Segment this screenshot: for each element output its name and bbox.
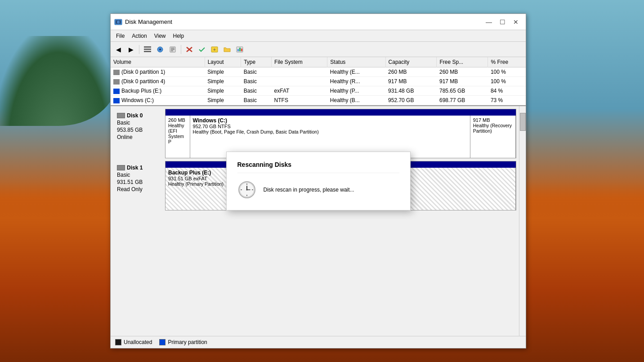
disk-management-icon [114,18,122,26]
chart-button[interactable] [234,44,246,55]
disk-name: Disk 1 [117,165,161,171]
svg-rect-5 [144,49,151,50]
partition-size: 260 MB [168,117,187,123]
menu-file[interactable]: File [112,32,128,40]
scrollbar-thumb[interactable] [520,113,526,131]
cell-status: Healthy (E... [327,67,385,77]
svg-rect-20 [241,49,242,51]
disk-row: Disk 0 Basic 953.85 GB Online 260 MB Hea… [113,109,516,158]
add-button[interactable]: + [209,44,220,55]
cell-filesystem: exFAT [272,86,327,96]
table-header-row: Volume Layout Type File System Status Ca… [111,57,526,67]
disk-table-area: Volume Layout Type File System Status Ca… [111,57,526,106]
cell-type: Basic [241,96,272,105]
folder-button[interactable] [221,44,233,55]
col-status[interactable]: Status [327,57,385,67]
cell-volume: (Disk 0 partition 4) [111,77,205,86]
table-row[interactable]: Windows (C:) Simple Basic NTFS Healthy (… [111,96,526,105]
partition-name: Windows (C:) [193,117,467,124]
disk-view-container: Disk 0 Basic 953.85 GB Online 260 MB Hea… [111,106,526,336]
back-button[interactable]: ◀ [112,44,124,55]
legend-unallocated: Unallocated [115,339,152,345]
legend-unallocated-box [115,339,121,345]
partition-size: 917 MB [473,117,513,123]
check-button[interactable] [196,44,208,55]
cell-percentfree: 84 % [488,86,526,96]
list-view-button[interactable] [142,44,153,55]
close-button[interactable]: ✕ [510,17,522,27]
toolbar: ◀ ▶ + [111,42,526,57]
minimize-button[interactable]: — [483,17,495,27]
cell-filesystem [272,67,327,77]
col-freespace[interactable]: Free Sp... [437,57,488,67]
cell-type: Basic [241,86,272,96]
svg-rect-12 [171,50,173,51]
disk-view: Disk 0 Basic 953.85 GB Online 260 MB Hea… [111,106,519,336]
svg-text:+: + [213,47,216,52]
scrollbar-track[interactable] [519,106,526,336]
cell-type: Basic [241,67,272,77]
cell-filesystem: NTFS [272,96,327,105]
cell-volume: Backup Plus (E:) [111,86,205,96]
svg-rect-4 [144,46,151,48]
partition-block[interactable]: 260 MB Healthy (EFI System P [165,116,190,158]
legend-primary: Primary partition [159,339,207,345]
disk-button[interactable] [154,44,166,55]
properties-button[interactable] [167,44,179,55]
cell-status: Healthy (R... [327,77,385,86]
menu-action[interactable]: Action [128,32,150,40]
table-row[interactable]: Backup Plus (E:) Simple Basic exFAT Heal… [111,86,526,96]
cell-capacity: 260 MB [385,67,437,77]
col-volume[interactable]: Volume [111,57,205,67]
disk-drive-icon [117,113,125,118]
cell-freespace: 917 MB [437,77,488,86]
toolbar-separator-1 [139,45,139,54]
disk-size: 931.51 GB [117,179,161,185]
svg-rect-18 [237,49,239,51]
table-row[interactable]: (Disk 0 partition 1) Simple Basic Health… [111,67,526,77]
partition-status: Healthy (EFI System P [168,123,187,144]
volume-icon [113,70,120,75]
cell-freespace: 785.65 GB [437,86,488,96]
legend: Unallocated Primary partition [111,336,526,348]
disk-status: Online [117,134,161,140]
disk-drive-icon [117,165,125,170]
partition-header-bar [165,109,516,116]
disk-label: Disk 0 Basic 953.85 GB Online [113,109,165,158]
title-bar-controls: — ☐ ✕ [483,17,522,27]
cell-filesystem [272,77,327,86]
volume-icon [113,98,120,103]
menu-bar: File Action View Help [111,30,526,42]
toolbar-separator-2 [181,45,181,54]
maximize-button[interactable]: ☐ [496,17,509,27]
partition-block[interactable]: 917 MB Healthy (Recovery Partition) [470,116,516,158]
col-type[interactable]: Type [241,57,272,67]
cell-capacity: 917 MB [385,77,437,86]
menu-view[interactable]: View [151,32,170,40]
cell-volume: (Disk 0 partition 1) [111,67,205,77]
cell-layout: Simple [205,67,241,77]
cell-layout: Simple [205,86,241,96]
col-filesystem[interactable]: File System [272,57,327,67]
col-layout[interactable]: Layout [205,57,241,67]
col-capacity[interactable]: Capacity [385,57,437,67]
disk-management-window: Disk Management — ☐ ✕ File Action View H… [110,13,526,349]
disk-type: Basic [117,172,161,178]
volume-icon [113,79,120,85]
title-bar: Disk Management — ☐ ✕ [111,14,526,30]
dialog-body: Disk rescan in progress, please wait... [237,180,399,199]
svg-rect-11 [171,49,174,50]
cell-freespace: 698.77 GB [437,96,488,105]
partition-status: Healthy (Boot, Page File, Crash Dump, Ba… [193,129,467,134]
delete-button[interactable] [183,44,195,55]
forward-button[interactable]: ▶ [125,44,137,55]
volume-icon [113,89,120,94]
cell-percentfree: 73 % [488,96,526,105]
col-percentfree[interactable]: % Free [488,57,526,67]
cell-percentfree: 100 % [488,77,526,86]
cell-percentfree: 100 % [488,67,526,77]
disk-name: Disk 0 [117,112,161,119]
menu-help[interactable]: Help [170,32,188,40]
partition-status: Healthy (Recovery Partition) [473,123,513,134]
table-row[interactable]: (Disk 0 partition 4) Simple Basic Health… [111,77,526,86]
